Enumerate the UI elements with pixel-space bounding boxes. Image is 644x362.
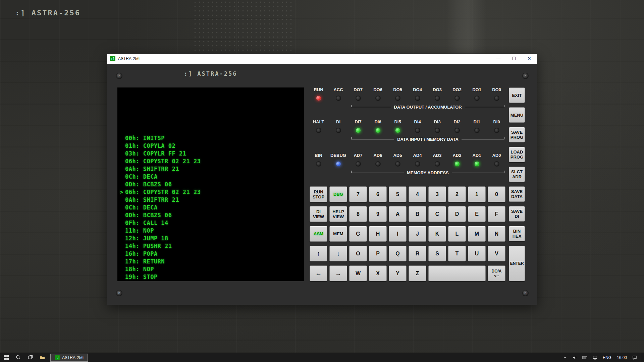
key-a[interactable]: A — [389, 206, 407, 222]
key-q[interactable]: Q — [389, 246, 407, 261]
network-button[interactable] — [591, 353, 599, 362]
enter-button[interactable]: ENTER — [509, 246, 525, 281]
key-8[interactable]: 8 — [349, 206, 367, 222]
slct-adr-button[interactable]: SLCT ADR — [509, 167, 525, 182]
key-1[interactable]: 1 — [468, 186, 486, 202]
front-panel: ✕ ✕ ✕ ✕ :] ASTRA-256 00h: INITSP01h: COP… — [107, 64, 537, 305]
led-label-do3: DO3 — [427, 87, 447, 93]
key-arrow-up[interactable]: ↑ — [310, 246, 327, 261]
key-b[interactable]: B — [409, 206, 426, 222]
bin-hex-button[interactable]: BIN HEX — [509, 226, 525, 241]
load-prog-button[interactable]: LOAD PROG — [509, 147, 525, 162]
led-lights — [309, 161, 506, 167]
key-i[interactable]: I — [389, 226, 407, 242]
led-label-do2: DO2 — [447, 87, 467, 93]
clock[interactable]: 16:00 — [615, 355, 629, 360]
minimize-button[interactable]: — — [491, 54, 506, 64]
key-z[interactable]: Z — [409, 265, 426, 281]
key-do-a[interactable]: DO/A <-- — [488, 265, 505, 281]
key-f[interactable]: F — [488, 206, 505, 222]
key-blank[interactable] — [428, 265, 486, 281]
notification-center-button[interactable] — [631, 353, 639, 362]
key-arrow-right[interactable]: → — [329, 265, 347, 281]
key-m[interactable]: M — [468, 226, 486, 242]
led-label-debug: DEBUG — [328, 153, 348, 158]
key-di-view[interactable]: DI VIEW — [310, 206, 327, 222]
keypad: RUN STOPDBG76543210DI VIEWHELP VIEW89ABC… — [310, 186, 505, 281]
terminal-line: 14h: PUSHR 21 — [117, 242, 304, 250]
key-j[interactable]: J — [409, 226, 426, 242]
key-mem[interactable]: MEM — [329, 226, 347, 242]
led-label-di4: DI4 — [408, 119, 427, 125]
save-prog-button[interactable]: SAVE PROG — [509, 127, 525, 142]
terminal-line: 0Ch: DECA — [117, 204, 304, 212]
exit-button[interactable]: EXIT — [509, 87, 525, 103]
hidden-icons-chevron[interactable] — [561, 353, 569, 362]
close-button[interactable]: ✕ — [522, 54, 537, 64]
key-asm[interactable]: ASM — [310, 226, 327, 242]
key-0[interactable]: 0 — [488, 186, 505, 202]
led-label-ad5: AD5 — [388, 153, 408, 158]
key-6[interactable]: 6 — [369, 186, 387, 202]
key-w[interactable]: W — [349, 265, 367, 281]
key-u[interactable]: U — [468, 246, 486, 261]
key-d[interactable]: D — [448, 206, 466, 222]
key-3[interactable]: 3 — [428, 186, 446, 202]
led-debug — [336, 162, 341, 166]
key-t[interactable]: T — [448, 246, 466, 261]
key-k[interactable]: K — [428, 226, 446, 242]
save-data-button[interactable]: SAVE DATA — [509, 186, 525, 202]
led-label-acc: ACC — [328, 87, 348, 93]
task-view-button[interactable] — [24, 353, 36, 362]
windows-logo-icon — [4, 355, 9, 360]
language-indicator[interactable]: ENG — [601, 355, 613, 360]
search-button[interactable] — [12, 353, 24, 362]
key-arrow-down[interactable]: ↓ — [329, 246, 347, 261]
key-s[interactable]: S — [428, 246, 446, 261]
key-dbg[interactable]: DBG — [329, 186, 347, 202]
task-view-icon — [28, 355, 33, 360]
led-di5 — [395, 128, 400, 133]
led-labels: RUNACCDO7DO6DO5DO4DO3DO2DO1DO0 — [309, 87, 506, 93]
start-button[interactable] — [0, 353, 12, 362]
key-help-view[interactable]: HELP VIEW — [329, 206, 347, 222]
led-label-di0: DI0 — [487, 119, 506, 125]
key-e[interactable]: E — [468, 206, 486, 222]
key-n[interactable]: N — [488, 226, 505, 242]
taskbar-app-astra-256[interactable]: :] ASTRA-256 — [50, 354, 88, 362]
key-y[interactable]: Y — [389, 265, 407, 281]
menu-button[interactable]: MENU — [509, 107, 525, 123]
desktop-logo: :] ASTRA-256 — [15, 9, 80, 17]
key-v[interactable]: V — [488, 246, 505, 261]
save-di-button[interactable]: SAVE DI — [509, 206, 525, 222]
file-explorer-button[interactable] — [36, 353, 48, 362]
key-9[interactable]: 9 — [369, 206, 387, 222]
key-5[interactable]: 5 — [389, 186, 407, 202]
led-label-do0: DO0 — [487, 87, 506, 93]
key-4[interactable]: 4 — [409, 186, 426, 202]
key-o[interactable]: O — [349, 246, 367, 261]
maximize-button[interactable]: ☐ — [506, 54, 522, 64]
led-ad3 — [435, 162, 440, 166]
led-ad6 — [376, 162, 380, 166]
key-r[interactable]: R — [409, 246, 426, 261]
led-do1 — [475, 96, 479, 101]
led-label-do1: DO1 — [467, 87, 487, 93]
key-run-stop[interactable]: RUN STOP — [310, 186, 327, 202]
volume-button[interactable] — [571, 353, 579, 362]
key-g[interactable]: G — [349, 226, 367, 242]
key-p[interactable]: P — [369, 246, 387, 261]
terminal-line: 0Dh: BCBZS 06 — [117, 181, 304, 188]
key-x[interactable]: X — [369, 265, 387, 281]
show-desktop-button[interactable] — [641, 353, 643, 362]
key-l[interactable]: L — [448, 226, 466, 242]
key-7[interactable]: 7 — [349, 186, 367, 202]
touch-keyboard-button[interactable] — [581, 353, 589, 362]
terminal-line: 11h: NOP — [117, 227, 304, 235]
key-2[interactable]: 2 — [448, 186, 466, 202]
terminal-line: 01h: COPYLA 02 — [117, 142, 304, 150]
key-arrow-left[interactable]: ← — [310, 265, 327, 281]
key-h[interactable]: H — [369, 226, 387, 242]
terminal-line: 16h: POPA — [117, 250, 304, 258]
key-c[interactable]: C — [428, 206, 446, 222]
